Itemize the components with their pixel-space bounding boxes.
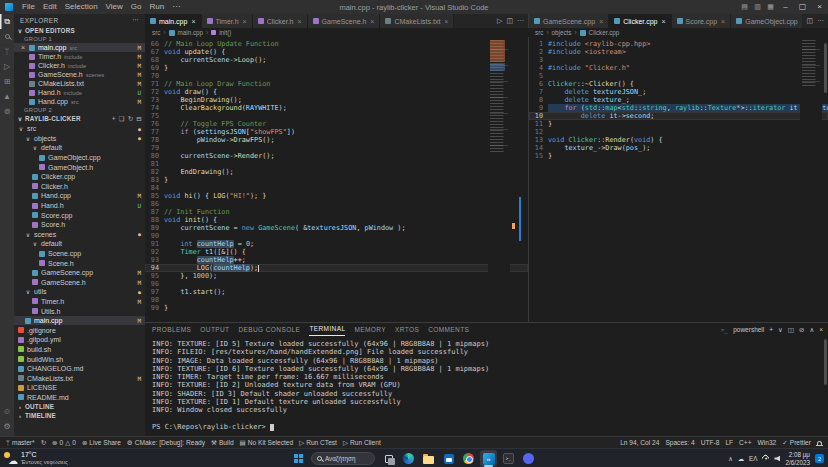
toggle-sidebar-icon[interactable]: ▤ bbox=[738, 3, 751, 11]
notification-badge[interactable]: 2 bbox=[815, 454, 824, 463]
tab-timer-h[interactable]: Timer.h× bbox=[202, 14, 253, 28]
file-gamescene-h[interactable]: GameScene.hM bbox=[14, 278, 145, 288]
terminal-dropdown-icon[interactable]: ∨ bbox=[778, 326, 783, 334]
close-tab-icon[interactable]: × bbox=[661, 18, 665, 25]
breadcrumb-item-objects[interactable]: objects bbox=[552, 29, 572, 36]
explorer-icon[interactable]: ⧉ bbox=[0, 14, 14, 29]
hidden-icons-chevron[interactable]: ∧ bbox=[728, 455, 733, 462]
folder-default[interactable]: ∨default bbox=[14, 239, 145, 249]
file-gameobject-cpp[interactable]: GameObject.cpp bbox=[14, 153, 145, 163]
close-tab-icon[interactable]: × bbox=[802, 18, 803, 25]
status-eol[interactable]: LF bbox=[722, 439, 736, 446]
chrome-browser-icon[interactable] bbox=[460, 450, 477, 467]
status-sync[interactable]: ↻ bbox=[38, 439, 49, 447]
close-tab-icon[interactable]: × bbox=[721, 18, 725, 25]
new-folder-icon[interactable]: ❏ bbox=[119, 115, 125, 123]
maximize-panel-icon[interactable]: ∧ bbox=[809, 326, 814, 334]
terminal-scrollbar[interactable] bbox=[824, 339, 827, 385]
file-gamescene-cpp[interactable]: GameScene.cppM bbox=[14, 268, 145, 278]
open-editor-item-hand-cpp[interactable]: Hand.cppsrcM bbox=[14, 97, 145, 106]
folder-scenes[interactable]: ∨scenes● bbox=[14, 230, 145, 240]
terminal-output[interactable]: INFO: TEXTURE: [ID 5] Texture loaded suc… bbox=[145, 336, 828, 431]
outline-section-header[interactable]: › OUTLINE bbox=[14, 402, 145, 411]
live-share-icon[interactable]: ⊚ bbox=[0, 104, 14, 119]
account-icon[interactable]: ☺ bbox=[0, 404, 14, 419]
file-utils-h[interactable]: Utils.h bbox=[14, 306, 145, 316]
file-license[interactable]: LICENSE bbox=[14, 383, 145, 393]
file-score-cpp[interactable]: Score.cpp bbox=[14, 210, 145, 220]
open-editor-item-main-cpp[interactable]: ×main.cppsrcM bbox=[14, 43, 145, 52]
file-score-h[interactable]: Score.h bbox=[14, 220, 145, 230]
maximize-button[interactable]: ▢ bbox=[794, 0, 811, 14]
edge-browser-icon[interactable] bbox=[400, 450, 417, 467]
menu-selection[interactable]: Selection bbox=[61, 0, 102, 14]
taskbar-search[interactable]: Αναζήτηση bbox=[311, 452, 375, 465]
file-explorer-icon[interactable] bbox=[420, 450, 437, 467]
status-notifications[interactable] bbox=[814, 441, 825, 445]
panel-tab-memory[interactable]: MEMORY bbox=[354, 324, 386, 336]
menu-file[interactable]: File bbox=[18, 0, 39, 14]
split-editor-icon[interactable]: ◫ bbox=[506, 17, 513, 25]
status-cmake-variant[interactable]: ⚙CMake: [Debug]: Ready bbox=[124, 439, 208, 447]
project-section-header[interactable]: ∨ RAYLIB-CLICKER +❏↻⊟ bbox=[14, 114, 145, 123]
minimap[interactable] bbox=[800, 37, 822, 322]
tab-main-cpp[interactable]: main.cpp× bbox=[145, 14, 202, 28]
language-indicator[interactable]: ΕΛ bbox=[749, 455, 757, 462]
new-file-icon[interactable]: + bbox=[112, 115, 116, 123]
open-editor-item-hand-h[interactable]: Hand.hincludeU bbox=[14, 88, 145, 97]
sidebar-more-icon[interactable]: ⋯ bbox=[132, 16, 139, 24]
split-editor-icon[interactable]: ◫ bbox=[806, 17, 813, 25]
menu-go[interactable]: Go bbox=[127, 0, 146, 14]
breadcrumb-item-main-cpp[interactable]: main.cpp bbox=[178, 29, 204, 36]
status-cmake-kit[interactable]: ▤No Kit Selected bbox=[237, 439, 297, 447]
weather-widget[interactable]: ☁ 17°C Έντονες νεφώσεις bbox=[4, 451, 68, 466]
status-branch[interactable]: ᛘmaster* bbox=[3, 439, 38, 446]
folder-utils[interactable]: ∨utils● bbox=[14, 287, 145, 297]
panel-tab-debug-console[interactable]: DEBUG CONSOLE bbox=[238, 324, 300, 336]
status-live-share[interactable]: ⊚Live Share bbox=[79, 439, 124, 447]
breadcrumb-item-init[interactable]: init() bbox=[219, 29, 231, 36]
source-control-icon[interactable]: ᛘ bbox=[0, 44, 14, 59]
close-tab-icon[interactable]: × bbox=[243, 18, 247, 25]
split-terminal-icon[interactable]: ◫ bbox=[788, 326, 794, 334]
status-encoding[interactable]: UTF-8 bbox=[698, 439, 723, 446]
open-editor-item-cmakelists-txt[interactable]: CMakeLists.txtM bbox=[14, 79, 145, 88]
open-editors-header[interactable]: ∨ OPEN EDITORS bbox=[14, 26, 145, 35]
file-hand-cpp[interactable]: Hand.cppM bbox=[14, 191, 145, 201]
editor-main-cpp[interactable]: 66// Main Loop Update Function67void upd… bbox=[145, 37, 528, 322]
breadcrumb-item-clicker-cpp[interactable]: Clicker.cpp bbox=[589, 29, 620, 36]
vscode-icon[interactable]: ‹› bbox=[480, 450, 497, 467]
panel-tab-problems[interactable]: PROBLEMS bbox=[152, 324, 191, 336]
close-button[interactable]: × bbox=[811, 0, 828, 14]
status-run-client[interactable]: ▷Run Client bbox=[340, 439, 384, 447]
layout-customize-icon[interactable]: ▦ bbox=[764, 3, 777, 11]
tab-gameobject-cpp[interactable]: GameObject.cpp× bbox=[731, 14, 802, 28]
editor-clicker-cpp[interactable]: 1#include <raylib-cpp.hpp>2#include <ios… bbox=[528, 37, 828, 322]
file-hand-h[interactable]: Hand.hU bbox=[14, 201, 145, 211]
menu-more[interactable]: ⋯ bbox=[168, 0, 184, 14]
discord-icon[interactable] bbox=[520, 450, 537, 467]
folder-objects[interactable]: ∨objects● bbox=[14, 134, 145, 144]
close-tab-icon[interactable]: × bbox=[298, 18, 302, 25]
open-editor-item-gamescene-h[interactable]: GameScene.hscenesM bbox=[14, 70, 145, 79]
microsoft-store-icon[interactable] bbox=[440, 450, 457, 467]
status-language-mode[interactable]: C++ bbox=[736, 439, 754, 446]
clock[interactable]: 2:08 μμ 2/6/2023 bbox=[785, 451, 810, 466]
start-button[interactable] bbox=[291, 451, 306, 466]
run-debug-icon[interactable]: ▷ bbox=[0, 59, 14, 74]
refresh-icon[interactable]: ↻ bbox=[128, 115, 134, 123]
file-buildwin-sh[interactable]: buildWin.sh bbox=[14, 354, 145, 364]
breadcrumb-item-src[interactable]: src bbox=[535, 29, 543, 36]
status-platform[interactable]: Win32 bbox=[755, 439, 780, 446]
close-tab-icon[interactable]: × bbox=[370, 18, 374, 25]
editor-scrollbar[interactable] bbox=[824, 43, 827, 93]
cmake-icon[interactable]: ▲ bbox=[0, 89, 14, 104]
status-indentation[interactable]: Spaces: 4 bbox=[662, 439, 697, 446]
file-gitpod-yml[interactable]: .gitpod.yml bbox=[14, 335, 145, 345]
terminal-app-icon[interactable]: >_ bbox=[500, 450, 517, 467]
status-run-ctest[interactable]: ▷Run CTest bbox=[296, 439, 340, 447]
file-clicker-cpp[interactable]: Clicker.cpp bbox=[14, 172, 145, 182]
status-cursor-position[interactable]: Ln 94, Col 24 bbox=[617, 439, 662, 446]
onedrive-icon[interactable]: ☁ bbox=[738, 455, 744, 462]
task-view-icon[interactable] bbox=[380, 450, 397, 467]
